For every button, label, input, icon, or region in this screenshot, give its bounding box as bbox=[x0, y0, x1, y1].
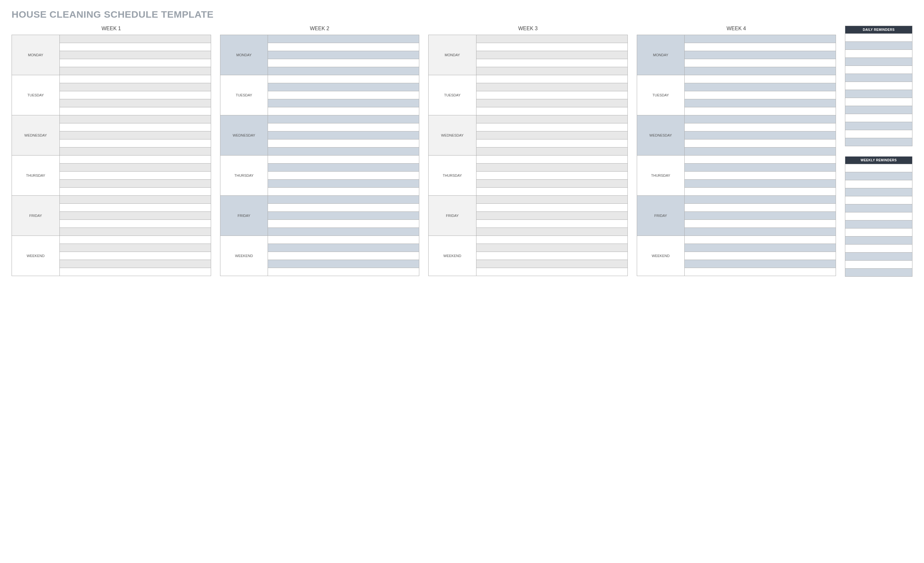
task-cell[interactable] bbox=[685, 43, 836, 51]
task-cell[interactable] bbox=[268, 140, 419, 147]
task-cell[interactable] bbox=[685, 171, 836, 180]
task-cell[interactable] bbox=[476, 196, 627, 204]
task-cell[interactable] bbox=[59, 268, 211, 276]
task-cell[interactable] bbox=[685, 147, 836, 156]
task-cell[interactable] bbox=[476, 107, 627, 116]
task-cell[interactable] bbox=[268, 188, 419, 196]
task-cell[interactable] bbox=[59, 99, 211, 107]
task-cell[interactable] bbox=[59, 107, 211, 116]
task-cell[interactable] bbox=[685, 164, 836, 171]
task-cell[interactable] bbox=[476, 83, 627, 91]
task-cell[interactable] bbox=[476, 220, 627, 228]
task-cell[interactable] bbox=[268, 131, 419, 140]
task-cell[interactable] bbox=[268, 228, 419, 236]
task-cell[interactable] bbox=[268, 59, 419, 67]
task-cell[interactable] bbox=[685, 75, 836, 83]
task-cell[interactable] bbox=[685, 228, 836, 236]
task-cell[interactable] bbox=[476, 43, 627, 51]
task-cell[interactable] bbox=[59, 188, 211, 196]
reminder-row[interactable] bbox=[845, 228, 912, 236]
task-cell[interactable] bbox=[59, 147, 211, 156]
task-cell[interactable] bbox=[59, 236, 211, 244]
task-cell[interactable] bbox=[476, 228, 627, 236]
task-cell[interactable] bbox=[685, 252, 836, 260]
task-cell[interactable] bbox=[268, 156, 419, 164]
task-cell[interactable] bbox=[685, 212, 836, 220]
reminder-row[interactable] bbox=[845, 42, 912, 50]
task-cell[interactable] bbox=[476, 188, 627, 196]
task-cell[interactable] bbox=[476, 156, 627, 164]
task-cell[interactable] bbox=[59, 67, 211, 75]
reminder-row[interactable] bbox=[845, 66, 912, 74]
reminder-row[interactable] bbox=[845, 106, 912, 114]
reminder-row[interactable] bbox=[845, 57, 912, 66]
task-cell[interactable] bbox=[59, 156, 211, 164]
reminder-row[interactable] bbox=[845, 204, 912, 212]
reminder-row[interactable] bbox=[845, 268, 912, 276]
task-cell[interactable] bbox=[685, 204, 836, 212]
task-cell[interactable] bbox=[476, 180, 627, 188]
task-cell[interactable] bbox=[685, 140, 836, 147]
reminder-row[interactable] bbox=[845, 74, 912, 82]
task-cell[interactable] bbox=[476, 204, 627, 212]
reminder-row[interactable] bbox=[845, 172, 912, 180]
reminder-row[interactable] bbox=[845, 50, 912, 57]
task-cell[interactable] bbox=[268, 91, 419, 99]
task-cell[interactable] bbox=[268, 204, 419, 212]
task-cell[interactable] bbox=[476, 140, 627, 147]
task-cell[interactable] bbox=[476, 35, 627, 43]
task-cell[interactable] bbox=[59, 212, 211, 220]
task-cell[interactable] bbox=[268, 171, 419, 180]
task-cell[interactable] bbox=[268, 244, 419, 252]
task-cell[interactable] bbox=[268, 236, 419, 244]
task-cell[interactable] bbox=[59, 75, 211, 83]
task-cell[interactable] bbox=[685, 156, 836, 164]
task-cell[interactable] bbox=[268, 123, 419, 131]
task-cell[interactable] bbox=[685, 268, 836, 276]
task-cell[interactable] bbox=[59, 140, 211, 147]
task-cell[interactable] bbox=[59, 252, 211, 260]
reminder-row[interactable] bbox=[845, 196, 912, 204]
task-cell[interactable] bbox=[59, 83, 211, 91]
task-cell[interactable] bbox=[685, 59, 836, 67]
task-cell[interactable] bbox=[476, 75, 627, 83]
task-cell[interactable] bbox=[268, 252, 419, 260]
task-cell[interactable] bbox=[268, 51, 419, 59]
task-cell[interactable] bbox=[268, 43, 419, 51]
task-cell[interactable] bbox=[268, 83, 419, 91]
task-cell[interactable] bbox=[476, 147, 627, 156]
task-cell[interactable] bbox=[685, 51, 836, 59]
task-cell[interactable] bbox=[476, 171, 627, 180]
task-cell[interactable] bbox=[268, 75, 419, 83]
task-cell[interactable] bbox=[268, 180, 419, 188]
task-cell[interactable] bbox=[685, 180, 836, 188]
task-cell[interactable] bbox=[268, 147, 419, 156]
task-cell[interactable] bbox=[685, 107, 836, 116]
task-cell[interactable] bbox=[685, 91, 836, 99]
task-cell[interactable] bbox=[268, 268, 419, 276]
reminder-row[interactable] bbox=[845, 114, 912, 122]
reminder-row[interactable] bbox=[845, 220, 912, 228]
reminder-row[interactable] bbox=[845, 82, 912, 90]
task-cell[interactable] bbox=[59, 164, 211, 171]
task-cell[interactable] bbox=[476, 268, 627, 276]
task-cell[interactable] bbox=[685, 99, 836, 107]
task-cell[interactable] bbox=[685, 35, 836, 43]
task-cell[interactable] bbox=[685, 116, 836, 123]
reminder-row[interactable] bbox=[845, 164, 912, 172]
reminder-row[interactable] bbox=[845, 212, 912, 220]
reminder-row[interactable] bbox=[845, 180, 912, 188]
task-cell[interactable] bbox=[268, 164, 419, 171]
task-cell[interactable] bbox=[685, 188, 836, 196]
task-cell[interactable] bbox=[268, 116, 419, 123]
task-cell[interactable] bbox=[59, 228, 211, 236]
reminder-row[interactable] bbox=[845, 138, 912, 146]
task-cell[interactable] bbox=[476, 59, 627, 67]
reminder-row[interactable] bbox=[845, 260, 912, 268]
task-cell[interactable] bbox=[268, 67, 419, 75]
task-cell[interactable] bbox=[59, 171, 211, 180]
task-cell[interactable] bbox=[476, 260, 627, 268]
task-cell[interactable] bbox=[59, 131, 211, 140]
task-cell[interactable] bbox=[268, 35, 419, 43]
task-cell[interactable] bbox=[476, 99, 627, 107]
